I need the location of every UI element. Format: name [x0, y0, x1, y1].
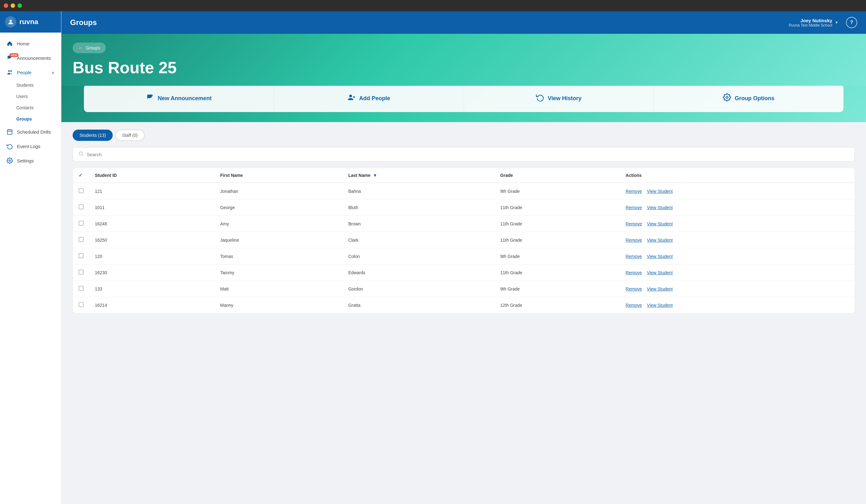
- last-name-cell: Edwards: [343, 265, 495, 281]
- last-name-cell: Bluth: [343, 199, 495, 216]
- student-id-cell: 120: [89, 248, 214, 265]
- sort-icon: ▼: [373, 173, 377, 178]
- view-student-link[interactable]: View Student: [647, 254, 673, 259]
- remove-link[interactable]: Remove: [625, 303, 642, 308]
- back-button[interactable]: ← Groups: [73, 43, 106, 53]
- row-checkbox-cell[interactable]: [73, 199, 89, 216]
- announcement-card-icon: [146, 93, 154, 103]
- remove-link[interactable]: Remove: [625, 238, 642, 243]
- last-name-cell: Gordon: [343, 281, 495, 297]
- grade-cell: 11th Grade: [495, 199, 620, 216]
- actions-cell: Remove View Student: [620, 281, 854, 297]
- event-logs-icon: [6, 143, 13, 150]
- actions-cell: Remove View Student: [620, 216, 854, 232]
- remove-link[interactable]: Remove: [625, 254, 642, 259]
- row-checkbox[interactable]: [79, 253, 84, 258]
- sidebar-item-people[interactable]: People ▲: [0, 65, 61, 79]
- new-announcement-card[interactable]: New Announcement: [84, 85, 274, 112]
- student-id-cell: 16214: [89, 297, 214, 313]
- last-name-cell: Clark: [343, 232, 495, 248]
- view-history-card[interactable]: View History: [464, 85, 654, 112]
- remove-link[interactable]: Remove: [625, 189, 642, 194]
- remove-link[interactable]: Remove: [625, 221, 642, 226]
- search-bar: [73, 147, 855, 161]
- sidebar-item-label: Home: [17, 41, 30, 46]
- row-checkbox-cell[interactable]: [73, 183, 89, 199]
- remove-link[interactable]: Remove: [625, 287, 642, 291]
- last-name-header[interactable]: Last Name ▼: [343, 168, 495, 183]
- row-checkbox[interactable]: [79, 270, 84, 275]
- row-checkbox-cell[interactable]: [73, 297, 89, 313]
- remove-link[interactable]: Remove: [625, 205, 642, 210]
- student-id-cell: 121: [89, 183, 214, 199]
- tab-students[interactable]: Students (13): [73, 130, 113, 141]
- first-name-cell: Tammy: [214, 265, 343, 281]
- back-arrow-icon: ←: [78, 45, 83, 51]
- grade-cell: 11th Grade: [495, 232, 620, 248]
- view-student-link[interactable]: View Student: [647, 205, 673, 210]
- row-checkbox[interactable]: [79, 188, 84, 193]
- view-student-link[interactable]: View Student: [647, 221, 673, 226]
- home-icon: [6, 40, 13, 47]
- select-all-header[interactable]: ✓: [73, 168, 89, 183]
- sidebar-item-users[interactable]: Users: [0, 91, 61, 102]
- group-options-label: Group Options: [735, 95, 775, 102]
- sidebar-item-students[interactable]: Students: [0, 79, 61, 91]
- svg-point-7: [9, 160, 11, 161]
- student-id-cell: 133: [89, 281, 214, 297]
- sidebar-item-home[interactable]: Home: [0, 36, 61, 51]
- student-id-cell: 16248: [89, 216, 214, 232]
- add-people-card[interactable]: Add People: [274, 85, 464, 112]
- student-id-header: Student ID: [89, 168, 214, 183]
- row-checkbox-cell[interactable]: [73, 232, 89, 248]
- view-student-link[interactable]: View Student: [647, 238, 673, 243]
- sidebar-item-groups[interactable]: Groups: [0, 113, 61, 125]
- help-button[interactable]: ?: [846, 17, 857, 28]
- table-row: 16248 Amy Brown 11th Grade Remove View S…: [73, 216, 854, 232]
- first-name-cell: George: [214, 199, 343, 216]
- sidebar-item-event-logs[interactable]: Event Logs: [0, 139, 61, 153]
- sidebar-item-settings[interactable]: Settings: [0, 153, 61, 168]
- row-checkbox-cell[interactable]: [73, 265, 89, 281]
- first-name-cell: Jonathan: [214, 183, 343, 199]
- actions-cell: Remove View Student: [620, 297, 854, 313]
- group-options-card[interactable]: Group Options: [654, 85, 843, 112]
- view-student-link[interactable]: View Student: [647, 270, 673, 275]
- remove-link[interactable]: Remove: [625, 270, 642, 275]
- sidebar-navigation: Home Announcements NEW People ▲ Students: [0, 33, 61, 504]
- tab-staff[interactable]: Staff (0): [115, 130, 145, 141]
- actions-cell: Remove View Student: [620, 199, 854, 216]
- table-section: Students (13) Staff (0): [62, 122, 866, 321]
- row-checkbox[interactable]: [79, 302, 84, 307]
- search-input[interactable]: [87, 152, 849, 157]
- first-name-cell: Amy: [214, 216, 343, 232]
- svg-point-11: [726, 97, 728, 99]
- row-checkbox-cell[interactable]: [73, 281, 89, 297]
- actions-header: Actions: [620, 168, 854, 183]
- svg-line-13: [82, 155, 83, 156]
- back-label: Groups: [86, 45, 100, 51]
- row-checkbox[interactable]: [79, 221, 84, 226]
- view-student-link[interactable]: View Student: [647, 287, 673, 291]
- sidebar-item-announcements[interactable]: Announcements NEW: [0, 51, 61, 65]
- minimize-button[interactable]: [11, 3, 15, 8]
- svg-point-12: [79, 152, 83, 155]
- row-checkbox[interactable]: [79, 286, 84, 291]
- row-checkbox[interactable]: [79, 237, 84, 242]
- row-checkbox[interactable]: [79, 204, 84, 210]
- sidebar-item-contacts[interactable]: Contacts: [0, 102, 61, 113]
- sidebar-item-scheduled-drills[interactable]: Scheduled Drills: [0, 125, 61, 139]
- grade-cell: 9th Grade: [495, 281, 620, 297]
- table-row: 16250 Jaqueline Clark 11th Grade Remove …: [73, 232, 854, 248]
- user-name: Joey Nutinsky: [789, 18, 833, 23]
- top-header: Groups Joey Nutinsky Ruvna Test Middle S…: [62, 11, 866, 34]
- student-id-cell: 16250: [89, 232, 214, 248]
- row-checkbox-cell[interactable]: [73, 248, 89, 265]
- view-student-link[interactable]: View Student: [647, 303, 673, 308]
- row-checkbox-cell[interactable]: [73, 216, 89, 232]
- close-button[interactable]: [4, 3, 8, 8]
- user-dropdown-icon[interactable]: ▼: [835, 20, 839, 25]
- maximize-button[interactable]: [18, 3, 22, 8]
- user-school: Ruvna Test Middle School: [789, 23, 833, 27]
- view-student-link[interactable]: View Student: [647, 189, 673, 194]
